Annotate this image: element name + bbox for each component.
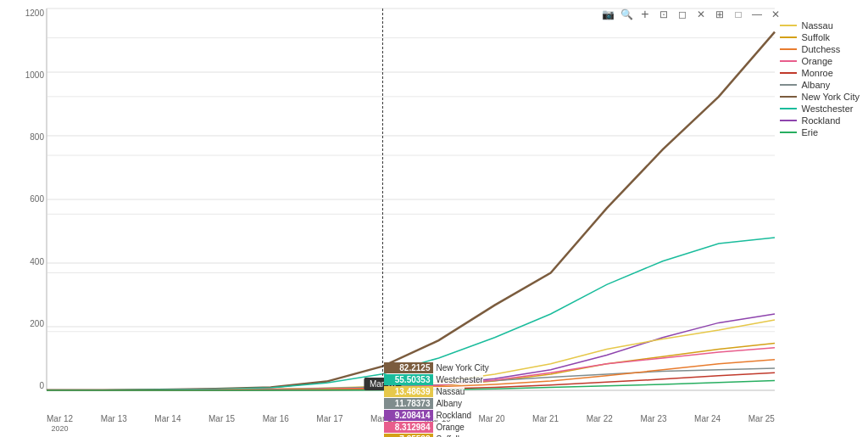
legend-item-albany: Albany [780, 80, 860, 90]
legend-item-erie: Erie [780, 127, 860, 137]
x-axis: Mar 122020 Mar 13 Mar 14 Mar 15 Mar 16 M… [47, 414, 775, 433]
legend-item-dutchess: Dutchess [780, 44, 860, 54]
legend-item-orange: Orange [780, 56, 860, 66]
y-axis: 1200 1000 800 600 400 200 0 [8, 8, 44, 390]
legend-item-monroe: Monroe [780, 68, 860, 78]
legend-item-suffolk: Suffolk [780, 32, 860, 42]
legend: Nassau Suffolk Dutchess Orange Monroe Al… [780, 17, 860, 139]
legend-item-nyc: New York City [780, 92, 860, 102]
legend-item-westchester: Westchester [780, 104, 860, 114]
tooltip-item: 7.85588Suffolk [384, 434, 488, 437]
legend-item-nassau: Nassau [780, 20, 860, 31]
main-chart [47, 8, 775, 390]
tooltip-item: 11.78373Albany [384, 398, 488, 409]
chart-container: 📷 🔍 + ⊡ ◻ ✕ ⊞ □ — ✕ Nassau Suffolk Dutch… [0, 0, 868, 437]
legend-item-rockland: Rockland [780, 115, 860, 126]
